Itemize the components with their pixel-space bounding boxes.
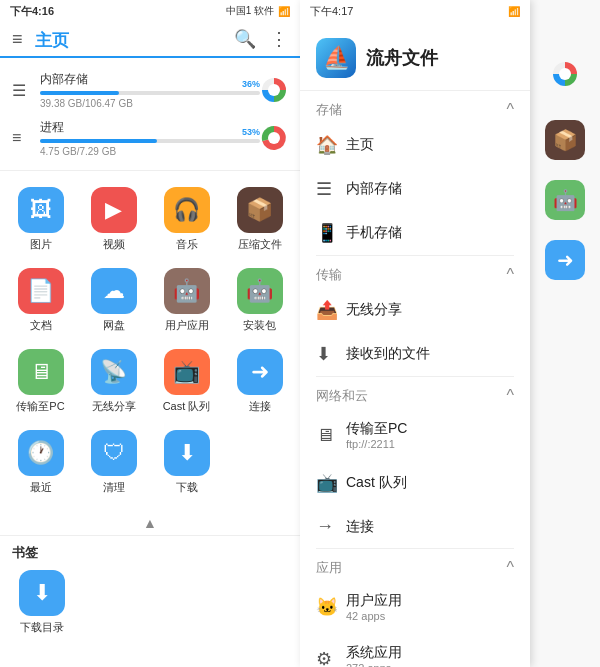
drawer-item-用户应用[interactable]: 🐱 用户应用 42 apps xyxy=(300,581,530,633)
drawer-item-label: 系统应用 xyxy=(346,644,402,662)
app-item-传输至PC[interactable]: 🖥 传输至PC xyxy=(4,341,77,422)
drawer-item-content: Cast 队列 xyxy=(346,474,407,492)
drawer-item-接收到的文件[interactable]: ⬇ 接收到的文件 xyxy=(300,332,530,376)
app-label: 下载 xyxy=(176,480,198,495)
drawer-item-Cast 队列[interactable]: 📺 Cast 队列 xyxy=(300,461,530,505)
drawer-item-icon: ⚙ xyxy=(316,648,346,667)
drawer-item-label: 无线分享 xyxy=(346,301,402,319)
drawer-item-icon: 📺 xyxy=(316,472,346,494)
drawer-item-label: 主页 xyxy=(346,136,374,154)
page-title: 主页 xyxy=(35,29,234,58)
process-pie-chart xyxy=(260,124,288,152)
storage-percent: 36% xyxy=(242,79,260,89)
storage-fill xyxy=(40,91,119,95)
drawer-item-content: 用户应用 42 apps xyxy=(346,592,402,622)
drawer-item-label: 内部存储 xyxy=(346,180,402,198)
drawer-item-sub: ftp://:2211 xyxy=(346,438,407,450)
process-row[interactable]: ≡ 进程 53% 4.75 GB/7.29 GB xyxy=(12,114,288,162)
drawer-item-sub: 272 apps xyxy=(346,662,402,667)
storage-detail: 39.38 GB/106.47 GB xyxy=(40,98,260,109)
svg-point-5 xyxy=(559,68,571,80)
process-progress-bar: 53% xyxy=(40,139,260,143)
drawer-item-content: 内部存储 xyxy=(346,180,402,198)
app-label: 压缩文件 xyxy=(238,237,282,252)
app-item-无线分享[interactable]: 📡 无线分享 xyxy=(77,341,150,422)
drawer-item-手机存储[interactable]: 📱 手机存储 xyxy=(300,211,530,255)
bookmark-icon: ⬇ xyxy=(19,570,65,616)
app-label: 用户应用 xyxy=(165,318,209,333)
bookmark-item-下载目录[interactable]: ⬇ 下载目录 xyxy=(12,570,72,635)
right-icons: 📦🤖➜ xyxy=(545,120,585,280)
app-icon: 📺 xyxy=(164,349,210,395)
search-icon[interactable]: 🔍 xyxy=(234,28,256,50)
app-label: 音乐 xyxy=(176,237,198,252)
app-item-下载[interactable]: ⬇ 下载 xyxy=(150,422,223,503)
right-panel-icon: 🤖 xyxy=(545,180,585,220)
app-logo: ⛵ xyxy=(316,38,356,78)
drawer-item-传输至PC[interactable]: 🖥 传输至PC ftp://:2211 xyxy=(300,409,530,461)
hamburger-icon[interactable]: ≡ xyxy=(12,29,23,50)
app-item-Cast 队列[interactable]: 📺 Cast 队列 xyxy=(150,341,223,422)
app-item-网盘[interactable]: ☁ 网盘 xyxy=(77,260,150,341)
app-item-用户应用[interactable]: 🤖 用户应用 xyxy=(150,260,223,341)
app-label: 图片 xyxy=(30,237,52,252)
app-label: 安装包 xyxy=(243,318,276,333)
drawer-item-content: 主页 xyxy=(346,136,374,154)
app-item-视频[interactable]: ▶ 视频 xyxy=(77,179,150,260)
app-item-最近[interactable]: 🕐 最近 xyxy=(4,422,77,503)
app-item-安装包[interactable]: 🤖 安装包 xyxy=(223,260,296,341)
app-icon: 📦 xyxy=(237,187,283,233)
drawer-item-系统应用[interactable]: ⚙ 系统应用 272 apps xyxy=(300,633,530,667)
expand-button[interactable]: ▲ xyxy=(0,511,300,535)
process-percent: 53% xyxy=(242,127,260,137)
drawer-item-内部存储[interactable]: ☰ 内部存储 xyxy=(300,167,530,211)
drawer-item-label: 连接 xyxy=(346,518,374,536)
right-panel-icon: ➜ xyxy=(545,240,585,280)
app-item-文档[interactable]: 📄 文档 xyxy=(4,260,77,341)
app-item-图片[interactable]: 🖼 图片 xyxy=(4,179,77,260)
drawer-item-无线分享[interactable]: 📤 无线分享 xyxy=(300,288,530,332)
app-label: 传输至PC xyxy=(16,399,64,414)
drawer-item-content: 手机存储 xyxy=(346,224,402,242)
storage-progress-bar: 36% xyxy=(40,91,260,95)
process-detail: 4.75 GB/7.29 GB xyxy=(40,146,260,157)
status-bar-left: 下午4:16 中国1 软件 📶 xyxy=(0,0,300,22)
signal-indicators: 中国1 软件 📶 xyxy=(226,4,290,18)
drawer-item-label: 手机存储 xyxy=(346,224,402,242)
drawer-section-应用: 应用^ xyxy=(300,549,530,581)
drawer-item-icon: 🖥 xyxy=(316,425,346,446)
drawer-item-icon: 🐱 xyxy=(316,596,346,618)
drawer-item-content: 系统应用 272 apps xyxy=(346,644,402,667)
app-icon: 🤖 xyxy=(164,268,210,314)
app-item-压缩文件[interactable]: 📦 压缩文件 xyxy=(223,179,296,260)
bookmarks-title: 书签 xyxy=(12,544,288,562)
right-signal: 📶 xyxy=(508,6,520,17)
drawer-item-label: Cast 队列 xyxy=(346,474,407,492)
more-icon[interactable]: ⋮ xyxy=(270,28,288,50)
app-item-音乐[interactable]: 🎧 音乐 xyxy=(150,179,223,260)
app-item-连接[interactable]: ➜ 连接 xyxy=(223,341,296,422)
top-bar: ≡ 主页 🔍 ⋮ xyxy=(0,22,300,58)
drawer-item-content: 传输至PC ftp://:2211 xyxy=(346,420,407,450)
app-item-清理[interactable]: 🛡 清理 xyxy=(77,422,150,503)
drawer-item-content: 无线分享 xyxy=(346,301,402,319)
bookmark-label: 下载目录 xyxy=(20,620,64,635)
app-icon: 🖼 xyxy=(18,187,64,233)
svg-point-3 xyxy=(268,132,280,144)
app-icon: 🖥 xyxy=(18,349,64,395)
storage-row[interactable]: ☰ 内部存储 36% 39.38 GB/106.47 GB xyxy=(12,66,288,114)
storage-pie-chart xyxy=(260,76,288,104)
svg-point-1 xyxy=(268,84,280,96)
app-grid: 🖼 图片 ▶ 视频 🎧 音乐 📦 压缩文件 📄 文档 ☁ 网盘 🤖 用户应用 xyxy=(0,171,300,511)
app-label: 最近 xyxy=(30,480,52,495)
drawer-item-content: 连接 xyxy=(346,518,374,536)
drawer-item-主页[interactable]: 🏠 主页 xyxy=(300,123,530,167)
drawer-item-label: 用户应用 xyxy=(346,592,402,610)
right-panel-icon: 📦 xyxy=(545,120,585,160)
app-label: 无线分享 xyxy=(92,399,136,414)
drawer-item-连接[interactable]: → 连接 xyxy=(300,505,530,548)
drawer-item-icon: 📤 xyxy=(316,299,346,321)
right-panel-peek: 📦🤖➜ xyxy=(530,0,600,667)
app-icon: ▶ xyxy=(91,187,137,233)
time-left: 下午4:16 xyxy=(10,4,54,19)
